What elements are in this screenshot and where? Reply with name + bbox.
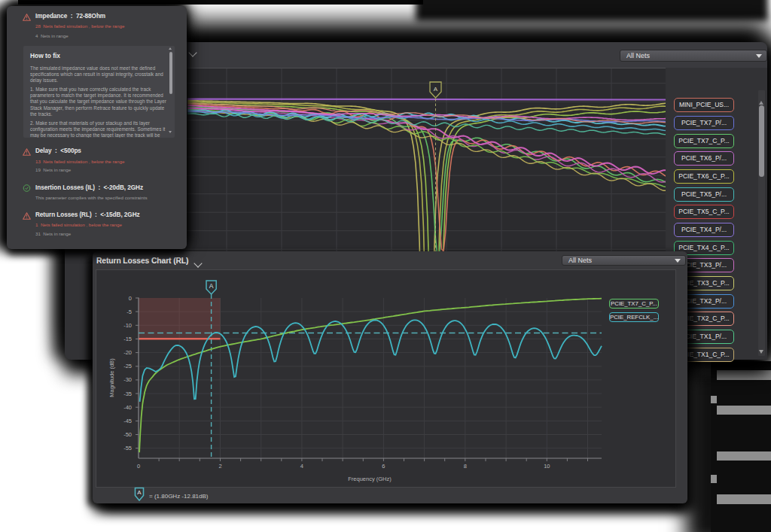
svg-text:-25: -25 <box>123 363 132 369</box>
svg-text:Magnitude (dB): Magnitude (dB) <box>108 358 115 397</box>
svg-text:-45: -45 <box>123 418 132 424</box>
svg-text:-50: -50 <box>123 431 132 438</box>
svg-text:8: 8 <box>464 463 467 470</box>
svg-text:Frequency (GHz): Frequency (GHz) <box>348 476 392 482</box>
svg-text:-30: -30 <box>123 376 132 383</box>
svg-text:-15: -15 <box>123 336 132 342</box>
svg-text:-10: -10 <box>123 322 132 329</box>
svg-text:-5: -5 <box>126 309 132 315</box>
svg-text:-55: -55 <box>123 445 132 451</box>
svg-text:0: 0 <box>129 295 132 302</box>
svg-text:-35: -35 <box>123 391 132 397</box>
svg-text:2: 2 <box>218 463 221 470</box>
svg-text:-40: -40 <box>123 404 132 411</box>
svg-text:-20: -20 <box>123 349 132 356</box>
svg-text:A: A <box>137 489 142 496</box>
svg-text:A: A <box>209 282 214 290</box>
svg-text:6: 6 <box>382 463 385 470</box>
svg-text:A: A <box>434 86 438 93</box>
svg-text:0: 0 <box>137 463 140 470</box>
svg-text:10: 10 <box>544 463 550 470</box>
svg-text:4: 4 <box>300 463 303 470</box>
